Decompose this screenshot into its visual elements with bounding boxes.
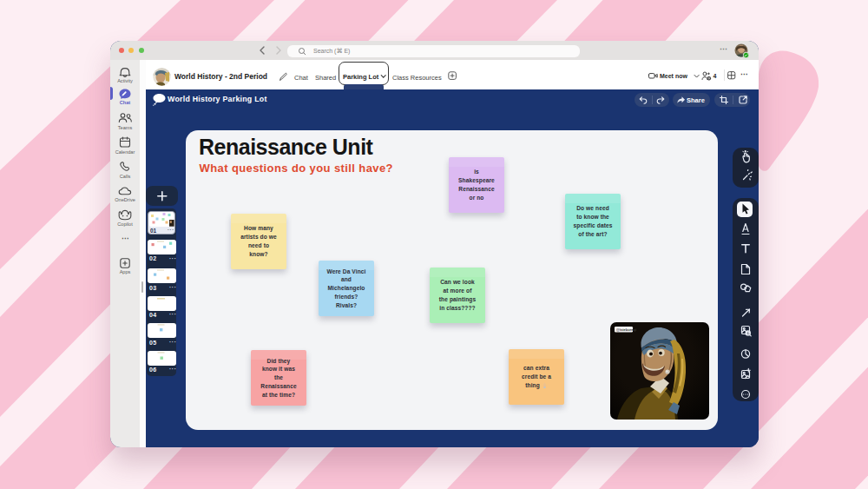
svg-text:@istebureqi: @istebureqi bbox=[616, 327, 636, 331]
